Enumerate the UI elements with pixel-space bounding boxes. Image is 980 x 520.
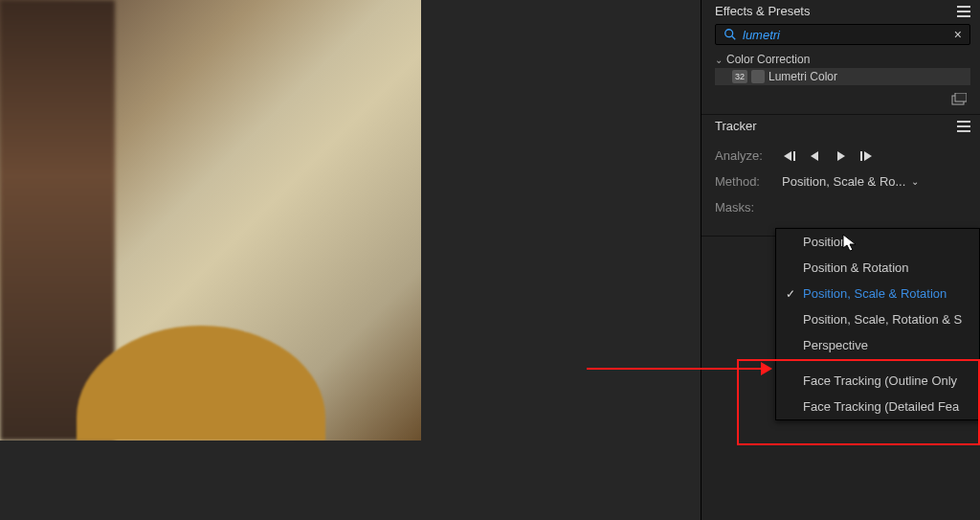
method-option-position[interactable]: Position: [776, 229, 979, 255]
preview-area: [0, 0, 421, 441]
analyze-transport: [782, 149, 874, 163]
method-row: Method: Position, Scale & Ro... ⌄: [715, 174, 970, 189]
bit-depth-badge: 32: [732, 70, 747, 83]
method-option-position-rotation[interactable]: Position & Rotation: [776, 255, 979, 281]
panel-menu-icon[interactable]: [957, 121, 970, 132]
svg-rect-3: [955, 93, 967, 102]
svg-marker-9: [864, 151, 872, 161]
effects-tree: ⌄ Color Correction 32 Lumetri Color: [702, 51, 980, 89]
method-label: Method:: [715, 174, 772, 189]
step-back-icon[interactable]: [782, 149, 799, 163]
play-forward-icon[interactable]: [832, 149, 849, 163]
caret-down-icon: ⌄: [715, 55, 723, 65]
svg-rect-5: [793, 151, 795, 161]
masks-label: Masks:: [715, 200, 772, 215]
effects-category-row[interactable]: ⌄ Color Correction: [715, 51, 970, 68]
effects-category-label: Color Correction: [726, 53, 810, 66]
search-input[interactable]: [743, 28, 954, 42]
effects-presets-panel: Effects & Presets × ⌄ Color Correction 3…: [702, 0, 980, 115]
svg-marker-7: [837, 151, 845, 161]
method-option-label: Position, Scale & Rotation: [803, 286, 947, 301]
method-option-label: Position: [803, 235, 847, 249]
method-option-label: Position & Rotation: [803, 260, 909, 275]
menu-separator: [776, 358, 979, 368]
analyze-label: Analyze:: [715, 148, 772, 163]
method-option-position-scale-rotation[interactable]: ✓ Position, Scale & Rotation: [776, 281, 979, 306]
search-icon: [724, 28, 737, 41]
method-option-label: Face Tracking (Outline Only: [803, 373, 957, 388]
svg-rect-8: [860, 151, 862, 161]
effects-presets-header: Effects & Presets: [702, 0, 980, 24]
effects-search-field[interactable]: ×: [715, 24, 970, 45]
panel-menu-icon[interactable]: [957, 6, 970, 17]
method-option-label: Position, Scale, Rotation & S: [803, 312, 962, 327]
svg-marker-6: [811, 151, 818, 161]
method-current-value: Position, Scale & Ro...: [782, 174, 905, 189]
new-bin-icon[interactable]: [951, 93, 967, 106]
effects-presets-title: Effects & Presets: [715, 4, 810, 18]
method-option-label: Face Tracking (Detailed Fea: [803, 399, 959, 414]
method-dropdown-menu: Position Position & Rotation ✓ Position,…: [775, 228, 980, 420]
method-option-face-tracking-detailed[interactable]: Face Tracking (Detailed Fea: [776, 394, 979, 419]
effects-item-label: Lumetri Color: [768, 70, 837, 83]
method-option-perspective[interactable]: Perspective: [776, 332, 979, 358]
check-icon: ✓: [786, 287, 803, 301]
masks-row: Masks:: [715, 200, 970, 215]
method-option-face-tracking-outline[interactable]: Face Tracking (Outline Only: [776, 368, 979, 394]
tracker-title: Tracker: [715, 119, 757, 133]
effects-item-lumetri[interactable]: 32 Lumetri Color: [715, 68, 970, 85]
svg-marker-4: [784, 151, 791, 161]
method-option-position-scale-rotation-skew[interactable]: Position, Scale, Rotation & S: [776, 306, 979, 332]
play-backward-icon[interactable]: [807, 149, 824, 163]
step-forward-icon[interactable]: [857, 149, 874, 163]
preset-icon: [751, 70, 765, 83]
tracker-header: Tracker: [702, 115, 980, 139]
chevron-down-icon: ⌄: [911, 176, 919, 187]
svg-line-1: [732, 36, 736, 40]
clear-search-icon[interactable]: ×: [954, 27, 962, 42]
method-dropdown[interactable]: Position, Scale & Ro... ⌄: [782, 174, 919, 189]
preview-frame[interactable]: [0, 0, 421, 441]
tracker-panel: Tracker Analyze:: [702, 115, 980, 237]
svg-point-0: [725, 30, 733, 37]
method-option-label: Perspective: [803, 338, 868, 352]
analyze-row: Analyze:: [715, 148, 970, 163]
